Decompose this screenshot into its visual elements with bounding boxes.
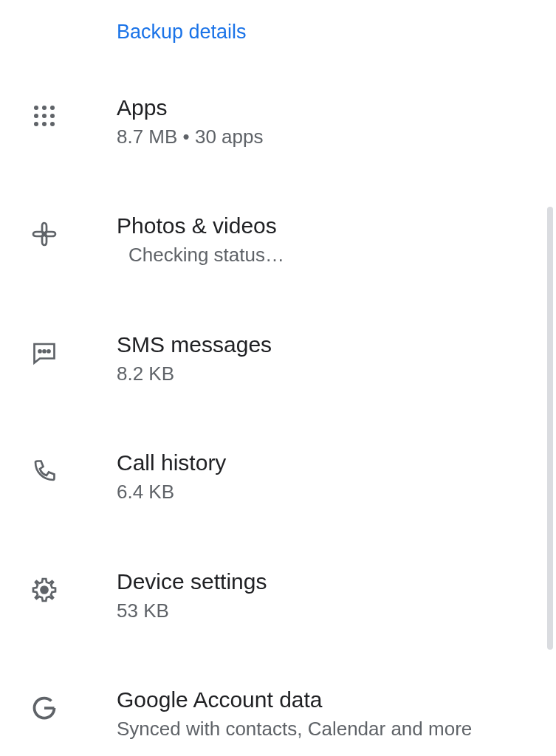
item-title: SMS messages bbox=[117, 332, 556, 357]
item-subtitle: Checking status… bbox=[117, 241, 556, 268]
list-item-sms-messages[interactable]: SMS messages 8.2 KB bbox=[0, 316, 556, 403]
list-item-device-settings[interactable]: Device settings 53 KB bbox=[0, 553, 556, 640]
item-subtitle: 8.2 KB bbox=[117, 360, 556, 387]
apps-icon bbox=[27, 98, 62, 134]
item-subtitle: 6.4 KB bbox=[117, 478, 556, 505]
svg-point-3 bbox=[41, 586, 48, 593]
item-title: Device settings bbox=[117, 569, 556, 594]
svg-point-2 bbox=[48, 350, 50, 352]
svg-point-1 bbox=[44, 350, 46, 352]
list-item-google-account-data[interactable]: Google Account data Synced with contacts… bbox=[0, 671, 556, 756]
list-item-call-history[interactable]: Call history 6.4 KB bbox=[0, 434, 556, 521]
phone-icon bbox=[27, 453, 62, 489]
scrollbar[interactable] bbox=[547, 207, 553, 650]
item-subtitle: Synced with contacts, Calendar and more bbox=[117, 715, 556, 742]
item-title: Photos & videos bbox=[117, 213, 556, 238]
item-subtitle: 8.7 MB • 30 apps bbox=[117, 123, 556, 150]
google-icon bbox=[27, 690, 62, 726]
item-title: Call history bbox=[117, 450, 556, 475]
item-subtitle: 53 KB bbox=[117, 597, 556, 624]
sms-icon bbox=[27, 335, 62, 371]
section-header: Backup details bbox=[0, 0, 556, 44]
photos-icon bbox=[27, 216, 62, 252]
item-title: Google Account data bbox=[117, 687, 556, 712]
gear-icon bbox=[27, 572, 62, 608]
list-item-apps[interactable]: Apps 8.7 MB • 30 apps bbox=[0, 79, 556, 166]
list-item-photos-videos[interactable]: Photos & videos Checking status… bbox=[0, 197, 556, 284]
svg-point-0 bbox=[39, 350, 41, 352]
item-title: Apps bbox=[117, 95, 556, 120]
